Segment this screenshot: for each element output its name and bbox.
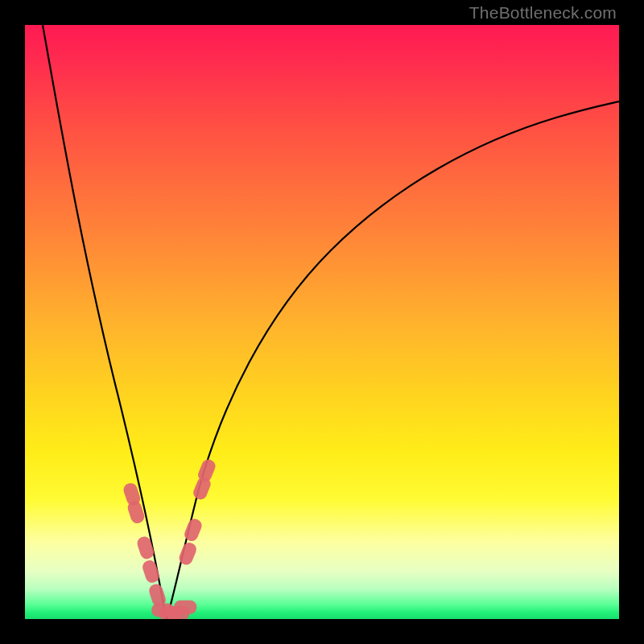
chart-svg — [25, 25, 619, 619]
data-marker — [141, 559, 161, 584]
chart-frame: TheBottleneck.com — [0, 0, 644, 644]
curve-left-branch — [43, 25, 167, 619]
curve-right-branch — [167, 101, 619, 619]
markers-group — [122, 457, 217, 619]
data-marker — [135, 535, 155, 560]
watermark-text: TheBottleneck.com — [469, 3, 617, 23]
data-marker — [174, 601, 196, 614]
